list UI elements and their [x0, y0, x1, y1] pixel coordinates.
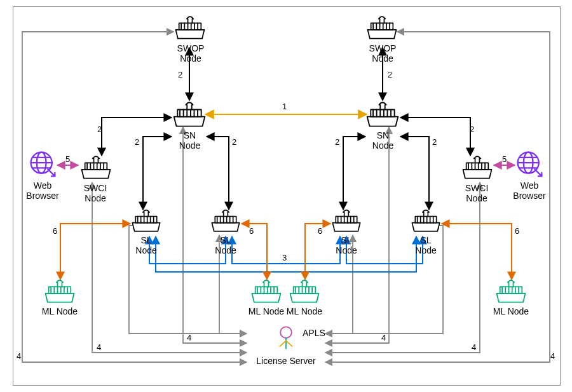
sn-node-left [172, 98, 207, 129]
edge-num-1: 1 [282, 102, 287, 111]
edge-num-5: 5 [65, 154, 70, 164]
sl-node-r1 [330, 206, 362, 234]
edge-num-6: 6 [318, 226, 322, 236]
swci-node-right-label: SWCINode [461, 183, 493, 203]
globe-icon [515, 149, 544, 179]
ml-node-l2 [250, 276, 283, 305]
sl-node-l2-label: SLNode [213, 235, 238, 255]
edge-group-2 [102, 48, 470, 210]
edge-num-4: 4 [472, 342, 476, 352]
ml-node-r1 [288, 276, 321, 305]
edge-num-6: 6 [53, 226, 57, 236]
sn-node-right-label: SNNode [369, 130, 397, 151]
ml-node-l2-label: ML Node [247, 306, 286, 316]
edge-num-2: 2 [470, 125, 474, 134]
edge-num-2: 2 [135, 137, 139, 147]
apls-icon [272, 324, 300, 352]
swop-node-right-label: SWOPNode [367, 43, 398, 64]
edge-num-4: 4 [381, 333, 386, 342]
edge-num-4: 4 [550, 351, 555, 361]
edge-num-4: 4 [97, 342, 101, 352]
edge-num-2: 2 [97, 125, 102, 134]
edge-num-2: 2 [335, 137, 339, 147]
sl-node-r2 [410, 206, 442, 234]
sn-node-left-label: SNNode [175, 130, 204, 151]
swci-node-right [461, 152, 494, 181]
edge-num-4: 4 [187, 333, 191, 342]
ml-node-r1-label: ML Node [285, 306, 324, 316]
swop-node-left-label: SWOPNode [175, 43, 207, 64]
edge-num-2: 2 [432, 137, 437, 147]
swop-node-right [365, 13, 398, 41]
edge-num-2: 2 [388, 70, 392, 79]
edge-num-2: 2 [178, 70, 182, 79]
swop-node-left [174, 13, 207, 41]
license-server-label: License Server [254, 356, 318, 366]
swci-node-left-label: SWCINode [79, 183, 111, 203]
sn-node-right [365, 98, 400, 129]
sl-node-r1-label: SLNode [334, 235, 359, 255]
edge-num-3: 3 [282, 253, 287, 262]
ml-node-r2 [494, 276, 528, 305]
edge-num-4: 4 [17, 351, 21, 361]
web-browser-right-label: WebBrowser [509, 180, 550, 201]
sl-node-l1-label: SLNode [133, 235, 159, 255]
swci-node-left [79, 152, 112, 181]
ml-node-l1-label: ML Node [40, 306, 79, 316]
globe-icon [28, 149, 57, 179]
web-browser-left-label: WebBrowser [22, 180, 63, 201]
apls-label: APLS [303, 328, 325, 338]
ml-node-r2-label: ML Node [491, 306, 531, 316]
edge-num-6: 6 [249, 226, 254, 236]
edge-num-2: 2 [232, 137, 236, 147]
sl-node-r2-label: SLNode [413, 235, 439, 255]
ml-node-l1 [43, 276, 76, 305]
edge-num-5: 5 [502, 154, 507, 164]
edge-group-6 [60, 224, 512, 280]
sl-node-l1 [130, 206, 162, 234]
sl-node-l2 [210, 206, 242, 234]
edge-num-6: 6 [515, 226, 519, 236]
